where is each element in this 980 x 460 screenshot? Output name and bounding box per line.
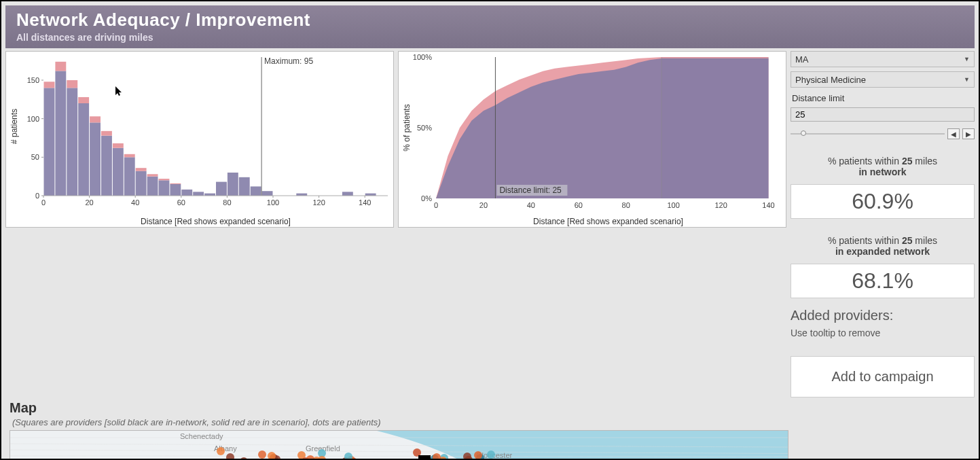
- chevron-down-icon: ▼: [964, 76, 970, 83]
- svg-rect-37: [113, 143, 124, 148]
- svg-rect-57: [342, 192, 353, 196]
- kpi-in-network-value: 60.9%: [791, 184, 975, 219]
- svg-text:% of patients: % of patients: [402, 104, 412, 151]
- svg-point-308: [268, 452, 276, 460]
- svg-rect-43: [147, 174, 158, 176]
- page-title: Network Adequacy / Improvement: [16, 10, 964, 31]
- svg-text:0%: 0%: [421, 194, 432, 202]
- side-panel: MA ▼ Physical Medicine ▼ Distance limit …: [791, 51, 975, 397]
- svg-rect-49: [193, 192, 204, 196]
- svg-text:100: 100: [267, 198, 279, 207]
- added-providers-sub: Use tooltip to remove: [791, 328, 975, 338]
- distance-limit-label: Distance limit: [792, 93, 975, 103]
- svg-point-515: [474, 451, 482, 459]
- svg-rect-30: [78, 103, 89, 196]
- svg-rect-33: [90, 116, 101, 122]
- slider-prev-button[interactable]: ◀: [947, 128, 960, 139]
- svg-text:Distance limit: 25: Distance limit: 25: [499, 185, 562, 195]
- svg-text:Distance [Red shows expanded s: Distance [Red shows expanded scenario]: [141, 217, 291, 226]
- svg-rect-51: [216, 182, 227, 196]
- svg-text:100: 100: [27, 115, 39, 123]
- distance-limit-input[interactable]: 25: [791, 107, 975, 122]
- svg-rect-27: [55, 62, 66, 71]
- svg-rect-53: [239, 177, 250, 196]
- cursor-icon: [115, 86, 123, 96]
- kpi-in-network-label: % patients within 25 miles in network: [791, 156, 975, 177]
- svg-text:60: 60: [177, 198, 185, 207]
- map-title: Map: [10, 400, 788, 416]
- svg-rect-55: [262, 191, 273, 196]
- svg-text:140: 140: [762, 201, 774, 209]
- svg-rect-32: [90, 122, 101, 196]
- added-providers-header: Added providers:: [791, 308, 975, 323]
- svg-text:0: 0: [434, 201, 438, 209]
- svg-rect-46: [170, 184, 181, 196]
- svg-text:Distance [Red shows expanded s: Distance [Red shows expanded scenario]: [533, 217, 683, 226]
- svg-point-482: [487, 450, 495, 459]
- map-subtitle: (Squares are providers [solid black are …: [12, 417, 788, 427]
- svg-rect-52: [228, 173, 238, 196]
- svg-rect-42: [147, 177, 158, 196]
- svg-rect-29: [67, 80, 77, 88]
- specialty-select-value: Physical Medicine: [795, 75, 866, 85]
- state-select-value: MA: [795, 54, 809, 65]
- svg-point-135: [217, 447, 225, 455]
- histogram-panel: 050100150020406080100120140Maximum: 95Di…: [5, 51, 394, 228]
- svg-text:50%: 50%: [417, 124, 432, 132]
- svg-text:0: 0: [35, 192, 39, 200]
- svg-rect-47: [170, 183, 181, 184]
- slider-next-button[interactable]: ▶: [962, 128, 975, 139]
- svg-text:80: 80: [622, 201, 630, 209]
- svg-rect-26: [55, 71, 66, 196]
- svg-rect-40: [136, 171, 147, 196]
- svg-rect-45: [159, 179, 170, 180]
- svg-text:Maximum: 95: Maximum: 95: [264, 56, 313, 66]
- svg-text:100: 100: [667, 201, 679, 209]
- svg-text:40: 40: [131, 198, 139, 207]
- svg-rect-24: [44, 88, 55, 196]
- slider-knob[interactable]: [801, 130, 806, 136]
- svg-point-475: [258, 450, 266, 459]
- svg-rect-48: [181, 190, 192, 196]
- svg-text:60: 60: [575, 201, 583, 209]
- svg-text:20: 20: [85, 198, 93, 207]
- svg-text:0: 0: [41, 198, 46, 207]
- svg-rect-54: [251, 186, 261, 196]
- add-to-campaign-button[interactable]: Add to campaign: [791, 356, 975, 397]
- svg-text:20: 20: [479, 201, 488, 209]
- svg-text:150: 150: [27, 76, 39, 84]
- svg-text:120: 120: [312, 198, 325, 207]
- svg-rect-34: [101, 136, 112, 196]
- svg-rect-38: [124, 157, 135, 196]
- svg-text:120: 120: [714, 201, 727, 209]
- svg-text:Schenectady: Schenectady: [180, 432, 223, 440]
- map-canvas[interactable]: OneontaAlbanyCatskill ParkFallsburgPough…: [10, 430, 788, 460]
- svg-rect-50: [204, 194, 215, 196]
- svg-rect-39: [124, 154, 135, 158]
- svg-rect-58: [365, 194, 376, 196]
- specialty-select[interactable]: Physical Medicine ▼: [791, 71, 975, 88]
- svg-rect-56: [296, 194, 307, 196]
- svg-rect-31: [78, 97, 89, 103]
- svg-text:40: 40: [527, 201, 535, 209]
- svg-rect-519: [418, 455, 431, 460]
- chevron-down-icon: ▼: [964, 56, 970, 63]
- distance-slider[interactable]: [791, 133, 945, 135]
- dashboard-header: Network Adequacy / Improvement All dista…: [5, 5, 975, 48]
- state-select[interactable]: MA ▼: [791, 51, 975, 67]
- svg-rect-28: [67, 88, 77, 196]
- svg-rect-36: [113, 148, 124, 196]
- distance-slider-row: ◀ ▶: [791, 128, 975, 139]
- svg-rect-44: [159, 180, 170, 196]
- svg-text:50: 50: [31, 153, 39, 161]
- svg-rect-25: [44, 82, 55, 88]
- svg-text:# patients: # patients: [10, 109, 19, 144]
- svg-text:140: 140: [359, 198, 371, 207]
- kpi-expanded-value: 68.1%: [791, 264, 975, 298]
- svg-rect-35: [101, 131, 112, 136]
- kpi-expanded-label: % patients within 25 miles in expanded n…: [791, 235, 975, 257]
- page-subtitle: All distances are driving miles: [16, 32, 964, 43]
- svg-text:80: 80: [223, 198, 231, 207]
- svg-rect-41: [136, 168, 147, 171]
- svg-text:100%: 100%: [413, 53, 432, 61]
